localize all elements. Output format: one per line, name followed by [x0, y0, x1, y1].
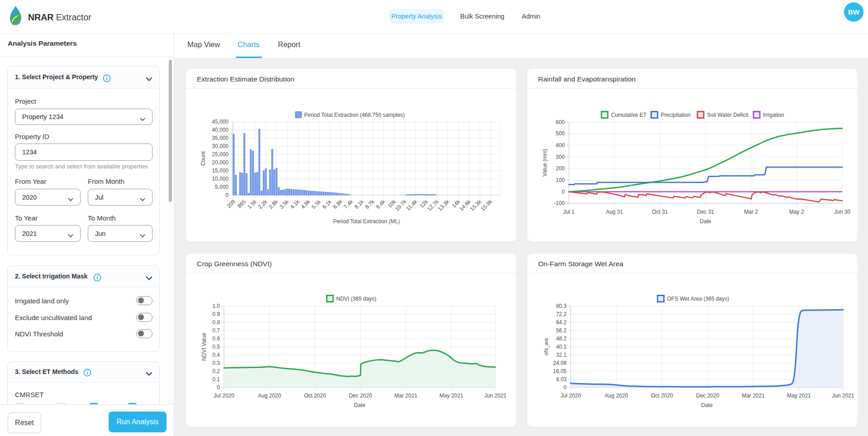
svg-text:6.8k: 6.8k [332, 198, 344, 210]
svg-text:80.3: 80.3 [556, 303, 567, 309]
svg-text:Count: Count [200, 151, 206, 166]
svg-text:8.1k: 8.1k [353, 198, 365, 211]
svg-text:NDVI (365 days): NDVI (365 days) [336, 296, 377, 302]
svg-text:Oct 2020: Oct 2020 [651, 393, 673, 399]
svg-text:45,000: 45,000 [212, 119, 229, 125]
svg-text:40,000: 40,000 [212, 127, 229, 133]
svg-text:Dec 2020: Dec 2020 [349, 393, 372, 399]
svg-text:Cumulative ET: Cumulative ET [611, 112, 647, 118]
svg-text:Jul 1: Jul 1 [563, 209, 575, 215]
svg-text:11.4k: 11.4k [405, 198, 419, 212]
svg-text:2.8k: 2.8k [267, 198, 280, 211]
svg-text:Jul 2020: Jul 2020 [560, 393, 581, 399]
svg-text:-100: -100 [554, 200, 565, 206]
svg-text:20,000: 20,000 [212, 159, 229, 166]
svg-text:0: 0 [563, 384, 567, 391]
svg-text:15.3k: 15.3k [469, 198, 483, 212]
svg-text:10.7k: 10.7k [394, 198, 408, 212]
svg-text:2.2k: 2.2k [257, 198, 269, 211]
svg-text:6.1k: 6.1k [321, 198, 333, 211]
svg-text:8.7k: 8.7k [364, 198, 376, 211]
svg-text:Aug 2020: Aug 2020 [258, 393, 281, 399]
svg-text:40.1: 40.1 [556, 344, 567, 350]
svg-text:10,000: 10,000 [212, 176, 229, 182]
svg-text:48.2: 48.2 [556, 335, 567, 342]
svg-text:0: 0 [225, 192, 229, 198]
svg-text:Irrigation: Irrigation [763, 112, 784, 118]
svg-text:12.7k: 12.7k [426, 198, 440, 212]
svg-text:Oct 2020: Oct 2020 [304, 393, 326, 399]
svg-text:May 2021: May 2021 [787, 393, 811, 399]
svg-text:0.5: 0.5 [212, 344, 220, 350]
svg-text:0.9: 0.9 [212, 311, 220, 317]
svg-text:Mar 2: Mar 2 [744, 209, 758, 215]
svg-text:Dec 2020: Dec 2020 [696, 393, 720, 399]
svg-text:9.4k: 9.4k [375, 198, 387, 211]
svg-text:May 2: May 2 [789, 209, 804, 215]
svg-text:Precipitation: Precipitation [661, 112, 691, 118]
svg-text:300: 300 [556, 154, 565, 160]
svg-text:Mar 2021: Mar 2021 [395, 393, 418, 399]
svg-text:25,000: 25,000 [212, 151, 229, 158]
svg-text:Dec 31: Dec 31 [697, 209, 714, 215]
svg-text:Soil Water Deficit: Soil Water Deficit [707, 112, 749, 118]
svg-text:0.8: 0.8 [212, 319, 220, 326]
svg-text:Jul 2020: Jul 2020 [214, 393, 234, 399]
svg-text:8.03: 8.03 [556, 376, 567, 383]
svg-text:OFS Wet Area (365 days): OFS Wet Area (365 days) [667, 296, 729, 302]
svg-text:400: 400 [556, 142, 565, 149]
svg-text:Date: Date [700, 218, 711, 225]
svg-text:Aug 31: Aug 31 [606, 209, 623, 215]
svg-text:56.2: 56.2 [556, 327, 567, 334]
svg-text:24.08: 24.08 [553, 360, 567, 366]
svg-text:0: 0 [562, 189, 565, 195]
svg-text:1.5k: 1.5k [246, 198, 258, 211]
svg-text:5.5k: 5.5k [310, 198, 323, 211]
svg-text:4.8k: 4.8k [300, 198, 312, 211]
svg-text:ofs_wa: ofs_wa [543, 338, 549, 355]
svg-text:35,000: 35,000 [212, 135, 229, 141]
svg-text:7.4k: 7.4k [343, 198, 355, 211]
svg-text:209: 209 [225, 198, 236, 209]
svg-text:72.2: 72.2 [556, 311, 567, 317]
svg-text:4.1k: 4.1k [289, 198, 301, 211]
svg-text:0.2: 0.2 [212, 368, 220, 374]
svg-text:Mar 2021: Mar 2021 [742, 393, 765, 399]
svg-text:0: 0 [217, 384, 220, 391]
svg-text:Period Total Extraction (ML): Period Total Extraction (ML) [333, 218, 400, 225]
svg-text:0.6: 0.6 [212, 335, 220, 342]
svg-text:14.6k: 14.6k [458, 198, 472, 212]
svg-text:1.0: 1.0 [212, 303, 220, 309]
svg-text:Oct 31: Oct 31 [652, 209, 668, 215]
svg-text:600: 600 [556, 119, 565, 125]
svg-text:0.1: 0.1 [212, 376, 220, 383]
svg-text:5,000: 5,000 [215, 184, 229, 190]
svg-text:32.1: 32.1 [556, 352, 567, 358]
svg-text:0.4: 0.4 [212, 352, 220, 358]
svg-text:Date: Date [354, 402, 366, 408]
svg-text:May 2021: May 2021 [439, 393, 463, 399]
svg-text:NDVI Value: NDVI Value [201, 333, 207, 361]
svg-text:Date: Date [701, 402, 713, 408]
svg-text:15,000: 15,000 [212, 168, 229, 174]
svg-text:30,000: 30,000 [212, 143, 229, 149]
svg-text:200: 200 [556, 165, 565, 172]
svg-text:Aug 2020: Aug 2020 [605, 393, 628, 399]
svg-text:13.3k: 13.3k [437, 198, 451, 212]
svg-text:0.7: 0.7 [212, 327, 220, 334]
svg-text:Value (mm): Value (mm) [542, 149, 548, 177]
svg-text:15.9k: 15.9k [480, 198, 494, 212]
svg-text:3.5k: 3.5k [278, 198, 291, 210]
svg-text:Period Total Extraction (468,7: Period Total Extraction (468,750 samples… [304, 112, 405, 118]
svg-text:Jun 2021: Jun 2021 [832, 393, 854, 399]
svg-text:64.2: 64.2 [556, 319, 567, 326]
svg-text:500: 500 [556, 130, 565, 137]
svg-text:16.05: 16.05 [553, 368, 567, 374]
svg-text:0.3: 0.3 [212, 360, 220, 366]
svg-text:100: 100 [556, 177, 565, 183]
svg-text:Jun 30: Jun 30 [834, 209, 850, 215]
svg-text:Jun 2021: Jun 2021 [484, 393, 507, 399]
svg-text:865: 865 [236, 198, 247, 209]
